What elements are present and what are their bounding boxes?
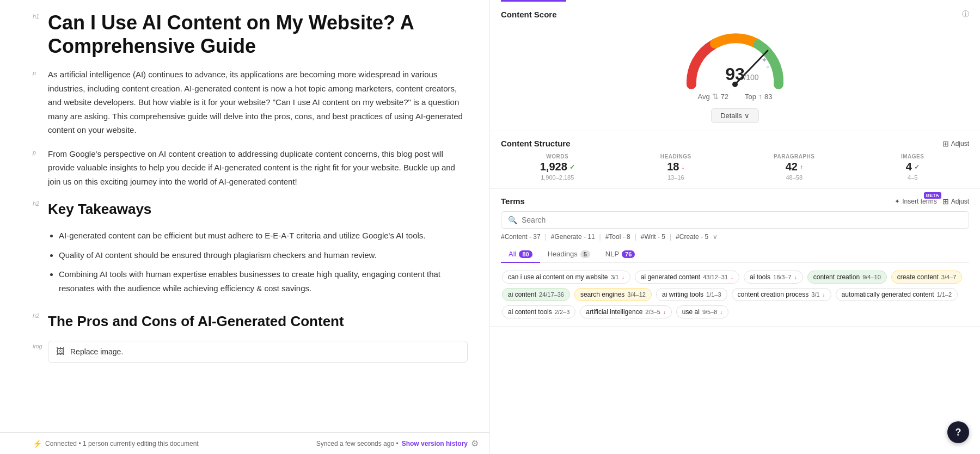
term-arrow-down: ↓ (622, 274, 624, 280)
info-icon[interactable]: ⓘ (962, 9, 969, 19)
svg-text:✧: ✧ (765, 64, 770, 70)
magic-icon: ✦ (895, 198, 900, 205)
terms-header: Terms ✦ Insert terms BETA ⊞ Adjust (501, 197, 969, 206)
images-stat: IMAGES 4 ✓ 4–5 (856, 154, 970, 181)
term-ai-generated[interactable]: ai generated content 43/12–31 ↓ (635, 271, 739, 284)
h2-2-label: h2 (33, 310, 48, 319)
terms-section: Terms ✦ Insert terms BETA ⊞ Adjust 🔍 #Co… (490, 189, 980, 327)
h1-label: h1 (33, 11, 48, 20)
term-use-ai[interactable]: use ai 9/5–8 ↓ (676, 305, 729, 318)
structure-grid: WORDS 1,928 ✓ 1,900–2,185 HEADINGS 18 ↓ … (501, 154, 969, 181)
p2-label: p (33, 147, 48, 156)
words-indicator: ✓ (569, 163, 575, 171)
bullet-item-1[interactable]: AI-generated content can be efficient bu… (59, 229, 468, 243)
version-history-link[interactable]: Show version history (402, 440, 468, 447)
structure-adjust-button[interactable]: ⊞ Adjust (942, 139, 969, 148)
words-range: 1,900–2,185 (501, 174, 614, 181)
tab-nlp-badge: 76 (622, 250, 635, 258)
tag-filter-content[interactable]: #Content - 37 (501, 233, 541, 241)
gauge-avg-top: Avg ⇅ 72 Top ↑ 83 (697, 92, 772, 101)
adjust-icon: ⊞ (942, 139, 949, 148)
insert-terms-button[interactable]: ✦ Insert terms BETA (895, 198, 936, 205)
h2-1-block: h2 Key Takeaways (33, 198, 468, 219)
status-bar: ⚡ Connected • 1 person currently editing… (0, 432, 489, 454)
term-content-creation[interactable]: content creation 9/4–10 (807, 271, 887, 284)
tab-headings-badge: 5 (580, 250, 590, 258)
svg-text:/100: /100 (744, 73, 758, 82)
bullet-item-3[interactable]: Combining AI tools with human expertise … (59, 267, 468, 295)
term-can-i-use[interactable]: can i use ai content on my website 3/1 ↓ (502, 271, 630, 284)
h2-2-heading[interactable]: The Pros and Cons of AI-Generated Conten… (48, 312, 468, 331)
search-icon: 🔍 (508, 216, 517, 224)
term-create-content[interactable]: create content 3/4–7 (891, 271, 963, 284)
paragraphs-value: 42 ↑ (738, 161, 851, 173)
top-value: Top ↑ 83 (745, 92, 772, 101)
tag-filter-writ[interactable]: #Writ - 5 (641, 233, 665, 241)
p1-block: p As artificial intelligence (AI) contin… (33, 68, 468, 137)
term-ai-content[interactable]: ai content 24/17–36 (502, 288, 570, 301)
images-range: 4–5 (856, 174, 970, 181)
bullet-list: AI-generated content can be efficient bu… (48, 229, 468, 295)
h1-block: h1 Can I Use AI Content on My Website? A… (33, 11, 468, 58)
p1-label: p (33, 68, 48, 76)
term-arrow-down: ↓ (731, 274, 733, 280)
tag-filters-chevron[interactable]: ∨ (713, 233, 718, 241)
term-arrow-down-4: ↓ (720, 309, 722, 315)
term-ai-tools[interactable]: ai tools 18/3–7 ↓ (744, 271, 803, 284)
img-block: img 🖼 Replace image. (33, 341, 468, 363)
bullet-item-2[interactable]: Quality of AI content should be ensured … (59, 248, 468, 262)
tag-filter-tool[interactable]: #Tool - 8 (605, 233, 630, 241)
h2-1-label: h2 (33, 198, 48, 207)
images-label: IMAGES (856, 154, 970, 159)
content-score-title: Content Score (501, 10, 557, 19)
term-ai-writing-tools[interactable]: ai writing tools 1/1–3 (656, 288, 727, 301)
gauge-chart: 93 /100 ✦ ✧ (681, 30, 789, 90)
status-left: ⚡ Connected • 1 person currently editing… (33, 439, 199, 448)
terms-adjust-button[interactable]: ⊞ Adjust (942, 197, 969, 206)
headings-indicator: ↓ (681, 163, 684, 171)
tag-filter-create[interactable]: #Create - 5 (676, 233, 708, 241)
term-auto-generated[interactable]: automatically generated content 1/1–2 (836, 288, 958, 301)
term-artificial-intelligence[interactable]: artificial intelligence 2/3–5 ↓ (580, 305, 672, 318)
img-label: img (33, 341, 48, 349)
h1-heading[interactable]: Can I Use AI Content on My Website? A Co… (48, 11, 468, 58)
headings-range: 13–16 (620, 174, 733, 181)
term-content-creation-process[interactable]: content creation process 3/1 ↓ (732, 288, 831, 301)
p2-block: p From Google's perspective on AI conten… (33, 147, 468, 189)
bullet-block: AI-generated content can be efficient bu… (33, 229, 468, 300)
right-panel: Content Score ⓘ 93 /100 ✦ ✧ (490, 0, 980, 454)
terms-search-input[interactable] (522, 216, 962, 224)
p2-text[interactable]: From Google's perspective on AI content … (48, 147, 468, 189)
words-value: 1,928 ✓ (501, 161, 614, 173)
image-icon: 🖼 (56, 347, 65, 357)
terms-grid: can i use ai content on my website 3/1 ↓… (501, 271, 969, 318)
images-indicator: ✓ (914, 163, 920, 171)
headings-stat: HEADINGS 18 ↓ 13–16 (620, 154, 733, 181)
terms-tabs: All 80 Headings 5 NLP 76 (501, 246, 969, 263)
terms-actions: ✦ Insert terms BETA ⊞ Adjust (895, 197, 969, 206)
content-score-section: Content Score ⓘ 93 /100 ✦ ✧ (490, 2, 980, 131)
h2-1-heading[interactable]: Key Takeaways (48, 200, 468, 219)
avg-value: Avg ⇅ 72 (697, 92, 728, 101)
term-arrow-down-2: ↓ (823, 292, 825, 298)
tab-all[interactable]: All 80 (501, 246, 540, 263)
paragraphs-indicator: ↑ (800, 163, 803, 171)
bullet-label (33, 229, 48, 231)
image-replace-btn[interactable]: 🖼 Replace image. (48, 341, 468, 363)
details-button[interactable]: Details ∨ (711, 108, 759, 123)
help-button[interactable]: ? (947, 421, 969, 443)
term-arrow-down: ↓ (794, 274, 797, 280)
settings-icon[interactable]: ⚙ (471, 438, 479, 449)
term-search-engines[interactable]: search engines 3/4–12 (574, 288, 652, 301)
connected-status: Connected • 1 person currently editing t… (45, 440, 199, 447)
term-ai-content-tools[interactable]: ai content tools 2/2–3 (502, 305, 575, 318)
content-structure-section: Content Structure ⊞ Adjust WORDS 1,928 ✓… (490, 131, 980, 189)
tab-headings[interactable]: Headings 5 (540, 246, 598, 263)
words-stat: WORDS 1,928 ✓ 1,900–2,185 (501, 154, 614, 181)
p1-text[interactable]: As artificial intelligence (AI) continue… (48, 68, 468, 137)
tag-filter-generate[interactable]: #Generate - 11 (551, 233, 595, 241)
content-score-header: Content Score ⓘ (501, 9, 969, 19)
paragraphs-stat: PARAGRAPHS 42 ↑ 48–58 (738, 154, 851, 181)
tab-nlp[interactable]: NLP 76 (598, 246, 643, 263)
terms-search-box[interactable]: 🔍 (501, 211, 969, 229)
